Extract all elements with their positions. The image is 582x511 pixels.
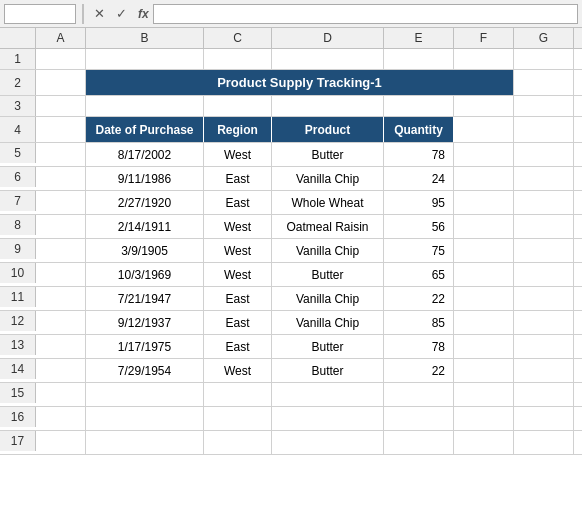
cell-f5[interactable]	[454, 143, 514, 166]
cell-date-12[interactable]: 9/12/1937	[86, 311, 204, 334]
cell-region-11[interactable]: East	[204, 287, 272, 310]
cell-a9[interactable]	[36, 239, 86, 262]
cell-g11[interactable]	[514, 287, 574, 310]
cell-d17[interactable]	[272, 431, 384, 454]
cell-b16[interactable]	[86, 407, 204, 430]
cell-qty-8[interactable]: 56	[384, 215, 454, 238]
cell-g12[interactable]	[514, 311, 574, 334]
cell-c16[interactable]	[204, 407, 272, 430]
header-region[interactable]: Region	[204, 117, 272, 142]
cell-a15[interactable]	[36, 383, 86, 406]
cell-qty-5[interactable]: 78	[384, 143, 454, 166]
cell-qty-13[interactable]: 78	[384, 335, 454, 358]
col-header-d[interactable]: D	[272, 28, 384, 48]
cell-f14[interactable]	[454, 359, 514, 382]
header-quantity[interactable]: Quantity	[384, 117, 454, 142]
cell-region-5[interactable]: West	[204, 143, 272, 166]
cell-date-5[interactable]: 8/17/2002	[86, 143, 204, 166]
cell-date-6[interactable]: 9/11/1986	[86, 167, 204, 190]
cell-g2[interactable]	[514, 70, 574, 95]
cell-g13[interactable]	[514, 335, 574, 358]
cell-date-14[interactable]: 7/29/1954	[86, 359, 204, 382]
cell-a7[interactable]	[36, 191, 86, 214]
col-header-c[interactable]: C	[204, 28, 272, 48]
confirm-icon[interactable]: ✓	[112, 5, 130, 23]
cell-f8[interactable]	[454, 215, 514, 238]
cell-a14[interactable]	[36, 359, 86, 382]
col-header-f[interactable]: F	[454, 28, 514, 48]
cell-date-8[interactable]: 2/14/1911	[86, 215, 204, 238]
name-box[interactable]: G16	[4, 4, 76, 24]
cell-date-11[interactable]: 7/21/1947	[86, 287, 204, 310]
cell-region-14[interactable]: West	[204, 359, 272, 382]
cell-product-6[interactable]: Vanilla Chip	[272, 167, 384, 190]
cell-date-9[interactable]: 3/9/1905	[86, 239, 204, 262]
cell-c17[interactable]	[204, 431, 272, 454]
cell-a5[interactable]	[36, 143, 86, 166]
cell-f4[interactable]	[454, 117, 514, 142]
cell-g3[interactable]	[514, 96, 574, 116]
formula-input[interactable]	[153, 4, 578, 24]
cancel-icon[interactable]: ✕	[90, 5, 108, 23]
cell-g10[interactable]	[514, 263, 574, 286]
cell-qty-11[interactable]: 22	[384, 287, 454, 310]
cell-g17[interactable]	[514, 431, 574, 454]
cell-region-12[interactable]: East	[204, 311, 272, 334]
cell-qty-9[interactable]: 75	[384, 239, 454, 262]
cell-f10[interactable]	[454, 263, 514, 286]
cell-date-13[interactable]: 1/17/1975	[86, 335, 204, 358]
cell-d3[interactable]	[272, 96, 384, 116]
cell-d15[interactable]	[272, 383, 384, 406]
cell-a13[interactable]	[36, 335, 86, 358]
cell-g6[interactable]	[514, 167, 574, 190]
cell-a4[interactable]	[36, 117, 86, 142]
cell-e15[interactable]	[384, 383, 454, 406]
col-header-a[interactable]: A	[36, 28, 86, 48]
cell-a6[interactable]	[36, 167, 86, 190]
cell-qty-10[interactable]: 65	[384, 263, 454, 286]
cell-g15[interactable]	[514, 383, 574, 406]
cell-product-5[interactable]: Butter	[272, 143, 384, 166]
cell-f7[interactable]	[454, 191, 514, 214]
cell-g14[interactable]	[514, 359, 574, 382]
cell-qty-6[interactable]: 24	[384, 167, 454, 190]
cell-date-10[interactable]: 10/3/1969	[86, 263, 204, 286]
cell-region-9[interactable]: West	[204, 239, 272, 262]
cell-b17[interactable]	[86, 431, 204, 454]
cell-date-7[interactable]: 2/27/1920	[86, 191, 204, 214]
cell-a1[interactable]	[36, 49, 86, 69]
cell-f3[interactable]	[454, 96, 514, 116]
cell-f17[interactable]	[454, 431, 514, 454]
cell-a2[interactable]	[36, 70, 86, 95]
cell-g16[interactable]	[514, 407, 574, 430]
cell-a16[interactable]	[36, 407, 86, 430]
cell-b1[interactable]	[86, 49, 204, 69]
cell-d16[interactable]	[272, 407, 384, 430]
cell-e1[interactable]	[384, 49, 454, 69]
cell-e17[interactable]	[384, 431, 454, 454]
cell-region-8[interactable]: West	[204, 215, 272, 238]
cell-c15[interactable]	[204, 383, 272, 406]
cell-product-11[interactable]: Vanilla Chip	[272, 287, 384, 310]
cell-b15[interactable]	[86, 383, 204, 406]
cell-a10[interactable]	[36, 263, 86, 286]
header-date[interactable]: Date of Purchase	[86, 117, 204, 142]
cell-g7[interactable]	[514, 191, 574, 214]
cell-f6[interactable]	[454, 167, 514, 190]
cell-a17[interactable]	[36, 431, 86, 454]
cell-product-12[interactable]: Vanilla Chip	[272, 311, 384, 334]
cell-e3[interactable]	[384, 96, 454, 116]
cell-product-13[interactable]: Butter	[272, 335, 384, 358]
cell-g4[interactable]	[514, 117, 574, 142]
cell-f15[interactable]	[454, 383, 514, 406]
cell-b3[interactable]	[86, 96, 204, 116]
cell-region-10[interactable]: West	[204, 263, 272, 286]
cell-f13[interactable]	[454, 335, 514, 358]
cell-d1[interactable]	[272, 49, 384, 69]
cell-a3[interactable]	[36, 96, 86, 116]
cell-product-9[interactable]: Vanilla Chip	[272, 239, 384, 262]
cell-a8[interactable]	[36, 215, 86, 238]
col-header-e[interactable]: E	[384, 28, 454, 48]
cell-qty-14[interactable]: 22	[384, 359, 454, 382]
cell-g9[interactable]	[514, 239, 574, 262]
